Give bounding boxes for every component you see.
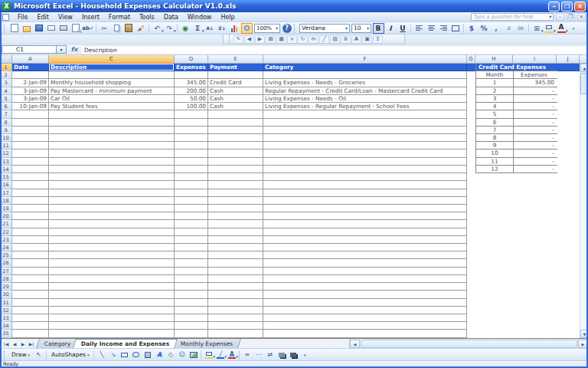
- credit-amount-cell[interactable]: 345.00: [514, 79, 557, 86]
- cell[interactable]: [49, 291, 175, 298]
- font-color-icon[interactable]: A▾: [227, 350, 237, 360]
- cell-a1[interactable]: Date: [12, 64, 49, 71]
- redo-icon[interactable]: ↷▾: [164, 23, 175, 34]
- cell[interactable]: [175, 244, 208, 251]
- cell[interactable]: [263, 268, 467, 275]
- month-column-header[interactable]: Month: [476, 71, 514, 78]
- cell[interactable]: [208, 110, 263, 118]
- cell[interactable]: [49, 127, 175, 134]
- cell[interactable]: [12, 197, 49, 205]
- cell[interactable]: [49, 330, 175, 337]
- cell[interactable]: [175, 228, 208, 236]
- cell[interactable]: [49, 110, 175, 118]
- cell[interactable]: [12, 314, 49, 322]
- scroll-left-icon[interactable]: ◀: [350, 340, 360, 348]
- cell[interactable]: [263, 173, 467, 181]
- credit-amount-cell[interactable]: -: [514, 166, 557, 172]
- row-header[interactable]: 29: [0, 283, 12, 291]
- cell[interactable]: [12, 283, 49, 291]
- open-folder-icon[interactable]: [21, 23, 33, 34]
- cell[interactable]: [175, 119, 208, 127]
- cell[interactable]: [49, 268, 175, 275]
- align-right-icon[interactable]: [438, 23, 449, 34]
- row-header[interactable]: 22: [0, 228, 12, 236]
- cell[interactable]: [208, 119, 263, 127]
- menu-tools[interactable]: Tools: [135, 13, 159, 21]
- cell[interactable]: [12, 127, 49, 134]
- zoom-select[interactable]: 100%▾: [254, 24, 280, 33]
- cell[interactable]: [175, 127, 208, 134]
- cell-category[interactable]: Living Expenses - Regular Repayment - Sc…: [263, 103, 467, 110]
- cell[interactable]: [263, 322, 467, 330]
- picture-icon[interactable]: ▣: [362, 35, 372, 44]
- cell[interactable]: [263, 259, 467, 267]
- tab-daily-income-and-expenses[interactable]: Daily Income and Expenses: [73, 339, 178, 348]
- credit-amount-cell[interactable]: -: [514, 150, 557, 156]
- credit-month-cell[interactable]: 3: [476, 95, 514, 102]
- credit-amount-cell[interactable]: -: [514, 95, 557, 102]
- cell[interactable]: [12, 158, 49, 166]
- column-header-j[interactable]: J: [557, 55, 580, 64]
- cell[interactable]: [208, 166, 263, 173]
- cell[interactable]: [208, 71, 263, 79]
- cell[interactable]: [175, 110, 208, 118]
- row-header[interactable]: 32: [0, 307, 12, 314]
- cell[interactable]: [208, 251, 263, 259]
- cell-f1[interactable]: Category: [263, 64, 467, 71]
- cell[interactable]: [263, 330, 467, 337]
- cell[interactable]: [12, 330, 49, 337]
- underline-button[interactable]: U: [397, 23, 409, 34]
- workbook-close-button[interactable]: ×: [577, 13, 586, 21]
- cell[interactable]: [175, 71, 208, 79]
- arrow-icon[interactable]: ↘: [108, 350, 119, 360]
- close-button[interactable]: ×: [574, 2, 586, 12]
- fill-color-icon[interactable]: ▾: [544, 23, 555, 34]
- cell-payment[interactable]: Cash: [208, 103, 263, 110]
- clip-art-icon[interactable]: ☺: [177, 350, 188, 360]
- cell[interactable]: [208, 228, 263, 236]
- cell[interactable]: [175, 283, 208, 291]
- format-painter-icon[interactable]: 🖌: [136, 23, 147, 34]
- arrow-style-icon[interactable]: ⇄: [265, 350, 276, 360]
- cell[interactable]: [263, 71, 467, 79]
- spelling-icon[interactable]: ab✓: [83, 23, 94, 34]
- cell[interactable]: [12, 244, 49, 251]
- row-header[interactable]: 13: [0, 158, 12, 166]
- credit-amount-cell[interactable]: -: [514, 142, 557, 149]
- cell[interactable]: [49, 212, 175, 220]
- cell[interactable]: [263, 314, 467, 322]
- formula-input[interactable]: Description: [82, 45, 586, 54]
- cell[interactable]: [12, 268, 49, 275]
- wordart-icon[interactable]: A: [154, 350, 165, 360]
- toolbar-options-icon[interactable]: ▾: [568, 23, 580, 34]
- more-tools-icon[interactable]: Σ: [373, 35, 383, 44]
- row-header[interactable]: 28: [0, 275, 12, 283]
- update-file-icon[interactable]: ↻: [298, 35, 308, 44]
- column-header-h[interactable]: H: [475, 55, 513, 64]
- drawing-toggle-icon[interactable]: [241, 23, 253, 34]
- percent-icon[interactable]: %: [479, 23, 490, 34]
- credit-month-cell[interactable]: 12: [476, 166, 514, 172]
- credit-amount-cell[interactable]: -: [514, 110, 557, 117]
- cell[interactable]: [12, 291, 49, 298]
- row-header[interactable]: 15: [0, 173, 12, 181]
- minimize-button[interactable]: –: [548, 2, 560, 12]
- name-box[interactable]: C1: [2, 45, 57, 54]
- cell[interactable]: [263, 228, 467, 236]
- cell[interactable]: [175, 189, 208, 197]
- cell[interactable]: [263, 158, 467, 166]
- row-header[interactable]: 14: [0, 166, 12, 173]
- highlight-icon[interactable]: ▧: [330, 35, 340, 44]
- menu-view[interactable]: View: [54, 13, 77, 21]
- merge-center-icon[interactable]: [450, 23, 462, 34]
- cell[interactable]: [175, 275, 208, 283]
- cell[interactable]: [263, 134, 467, 142]
- next-comment-icon[interactable]: ▶: [255, 35, 265, 44]
- cell[interactable]: [12, 220, 49, 228]
- cell[interactable]: [12, 259, 49, 267]
- cell[interactable]: [49, 158, 175, 166]
- cell[interactable]: [49, 299, 175, 307]
- toolbar-grip[interactable]: [294, 24, 296, 33]
- cell[interactable]: [49, 71, 175, 79]
- cell[interactable]: [263, 181, 467, 189]
